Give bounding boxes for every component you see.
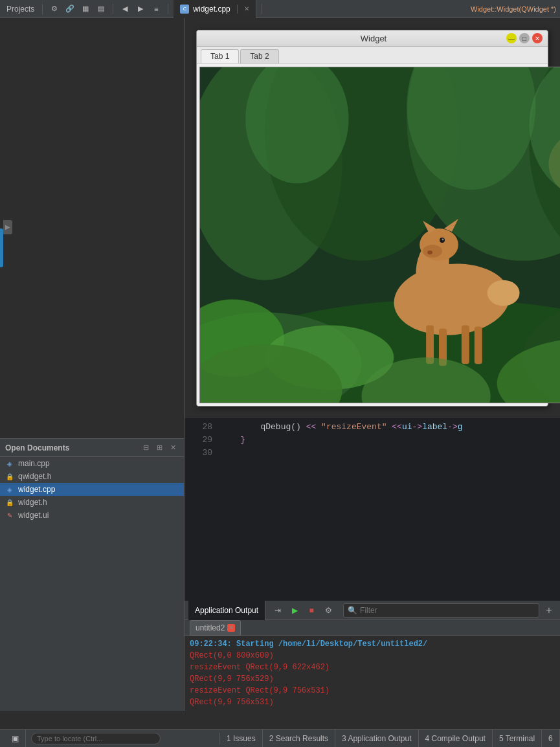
svg-rect-26 — [462, 325, 469, 364]
svg-point-17 — [420, 229, 458, 261]
main-layout: ▶ Open Documents ⊟ ⊞ ✕ ◈ main.cpp 🔒 qwi — [0, 18, 560, 711]
sub-tab-label: untitled2 — [196, 623, 225, 632]
status-app-output[interactable]: 3 Application Output — [335, 730, 418, 748]
toolbar-btn-filter[interactable]: ⚙ — [48, 3, 61, 16]
output-section: Application Output ⇥ ▶ ■ ⚙ 🔍 + untitled2 — [185, 601, 560, 711]
open-docs-split[interactable]: ⊟ — [140, 442, 151, 454]
output-clear-btn[interactable]: ⇥ — [271, 603, 285, 618]
status-app-output-label: 3 Application Output — [342, 734, 411, 743]
status-bar: ▣ 1 Issues 2 Search Results 3 Applicatio… — [0, 729, 560, 747]
widget-titlebar: Widget — □ ✕ — [197, 30, 548, 47]
file-list: ◈ main.cpp 🔒 qwidget.h ◈ widget.cpp 🔒 wi… — [0, 457, 184, 711]
widget-controls: — □ ✕ — [506, 33, 543, 43]
toolbar-separator-1 — [42, 4, 43, 14]
widget-window: Widget — □ ✕ Tab 1 Tab 2 — [196, 30, 548, 407]
filter-input[interactable] — [360, 606, 535, 615]
top-toolbar: Projects ⚙ 🔗 ▦ ▤ ◀ ▶ ≡ C widget.cpp ✕ Wi… — [0, 0, 560, 18]
output-line-5: resizeEvent QRect(9,9 756x531) — [190, 685, 555, 697]
status-icon-item[interactable]: ▣ — [5, 730, 26, 748]
open-documents-panel: Open Documents ⊟ ⊞ ✕ ◈ main.cpp 🔒 qwidge… — [0, 439, 184, 711]
toolbar-btn-menu[interactable]: ≡ — [150, 3, 162, 16]
file-item-qwidget-h[interactable]: 🔒 qwidget.h — [0, 470, 184, 483]
status-six-label: 6 — [548, 734, 553, 743]
toolbar-btn-back[interactable]: ◀ — [118, 3, 131, 16]
projects-label: Projects — [4, 5, 37, 14]
status-compile-output[interactable]: 4 Compile Output — [419, 730, 493, 748]
output-toolbar-icons: ⇥ ▶ ■ ⚙ — [271, 603, 335, 618]
status-issues[interactable]: 1 Issues — [220, 730, 263, 748]
status-search — [26, 733, 219, 744]
output-line-3: resizeEvent QRect(9,9 622x462) — [190, 662, 555, 673]
file-icon-widget-cpp: ◈ — [5, 485, 14, 494]
file-tab-widget-cpp[interactable]: C widget.cpp ✕ — [174, 0, 256, 18]
status-icon: ▣ — [12, 734, 19, 743]
sub-tab-close[interactable]: ✕ — [227, 624, 235, 632]
output-filter-container: 🔍 — [343, 603, 539, 618]
code-line-30: 30 — [185, 447, 560, 460]
file-icon-main-cpp: ◈ — [5, 459, 14, 468]
status-six[interactable]: 6 — [542, 730, 560, 748]
toolbar-btn-forward[interactable]: ▶ — [134, 3, 147, 16]
code-line-29: 29 } — [185, 434, 560, 447]
status-search-results[interactable]: 2 Search Results — [263, 730, 335, 748]
open-docs-actions: ⊟ ⊞ ✕ — [140, 442, 179, 454]
open-docs-expand[interactable]: ⊞ — [153, 442, 165, 454]
file-name-widget-ui: widget.ui — [18, 511, 49, 520]
maximize-button[interactable]: □ — [519, 33, 530, 43]
output-sub-tab: untitled2 ✕ — [185, 620, 560, 636]
toolbar-btn-link[interactable]: 🔗 — [63, 3, 76, 16]
status-terminal-label: 5 Terminal — [499, 734, 535, 743]
sub-tab-untitled2[interactable]: untitled2 ✕ — [190, 620, 241, 636]
svg-point-22 — [442, 238, 444, 240]
output-add-btn[interactable]: + — [542, 603, 556, 618]
output-settings-btn[interactable]: ⚙ — [321, 603, 335, 618]
output-line-4: QRect(9,9 756x529) — [190, 673, 555, 685]
status-search-container — [26, 733, 220, 744]
close-button[interactable]: ✕ — [532, 33, 543, 43]
widget-tab-2[interactable]: Tab 2 — [240, 49, 278, 63]
file-item-main-cpp[interactable]: ◈ main.cpp — [0, 457, 184, 470]
toolbar-separator-3 — [168, 4, 168, 14]
status-search-input[interactable] — [31, 733, 161, 744]
file-item-widget-ui[interactable]: ✎ widget.ui — [0, 509, 184, 522]
output-stop-btn[interactable]: ■ — [304, 603, 319, 618]
file-icon-widget-h: 🔒 — [5, 498, 14, 507]
output-line-1: 09:22:34: Starting /home/li/Desktop/Test… — [190, 638, 555, 650]
line-content-28: qDebug() << "resizeEvent" <<ui->label->g — [220, 421, 555, 434]
file-name-main-cpp: main.cpp — [18, 459, 50, 468]
deer-image — [199, 67, 560, 403]
left-widget-area: ▶ — [0, 18, 184, 439]
file-icon-qwidget-h: 🔒 — [5, 472, 14, 481]
widget-title: Widget — [241, 34, 506, 43]
file-name-widget-cpp: widget.cpp — [18, 485, 55, 494]
status-search-results-label: 2 Search Results — [269, 734, 328, 743]
widget-tab-1[interactable]: Tab 1 — [201, 49, 239, 63]
file-tab-close[interactable]: ✕ — [244, 5, 249, 12]
code-line-28: 28 qDebug() << "resizeEvent" <<ui->label… — [185, 421, 560, 434]
widget-tabs: Tab 1 Tab 2 — [197, 47, 548, 64]
right-pane: Widget — □ ✕ Tab 1 Tab 2 — [185, 18, 560, 711]
file-name-qwidget-h: qwidget.h — [18, 472, 51, 481]
output-run-btn[interactable]: ▶ — [287, 603, 302, 618]
toolbar-btn-grid[interactable]: ▦ — [79, 3, 92, 16]
minimize-button[interactable]: — — [506, 33, 517, 43]
widget-preview-section: Widget — □ ✕ Tab 1 Tab 2 — [185, 18, 560, 418]
output-tab-label: Application Output — [195, 606, 258, 615]
file-tab-label: widget.cpp — [193, 5, 230, 14]
line-number-29: 29 — [190, 434, 212, 447]
open-docs-close[interactable]: ✕ — [167, 442, 179, 454]
output-line-2: QRect(0,0 800x600) — [190, 650, 555, 662]
open-docs-title: Open Documents — [5, 443, 69, 452]
status-terminal[interactable]: 5 Terminal — [493, 730, 542, 748]
toolbar-btn-grid2[interactable]: ▤ — [95, 3, 107, 16]
collapse-arrow[interactable]: ▶ — [3, 220, 12, 234]
file-item-widget-h[interactable]: 🔒 widget.h — [0, 496, 184, 509]
code-editor: 28 qDebug() << "resizeEvent" <<ui->label… — [185, 418, 560, 601]
svg-point-23 — [427, 251, 432, 254]
output-toolbar: Application Output ⇥ ▶ ■ ⚙ 🔍 + — [185, 601, 560, 620]
open-docs-header: Open Documents ⊟ ⊞ ✕ — [0, 439, 184, 457]
file-icon-widget-ui: ✎ — [5, 511, 14, 520]
output-line-6: QRect(9,9 756x531) — [190, 697, 555, 708]
output-tab-appoutput[interactable]: Application Output — [188, 601, 265, 620]
file-item-widget-cpp[interactable]: ◈ widget.cpp — [0, 483, 184, 496]
